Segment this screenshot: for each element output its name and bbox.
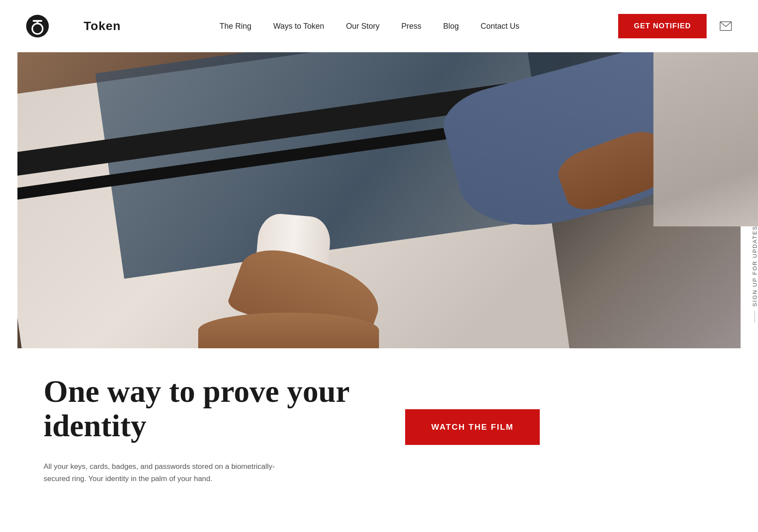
token-logo-icon (26, 15, 49, 37)
logo-text: Token (84, 19, 121, 33)
bottom-section: One way to prove your identity All your … (0, 348, 758, 511)
sub-text: All your keys, cards, badges, and passwo… (44, 461, 288, 484)
logo[interactable]: Token (26, 15, 121, 37)
get-notified-button[interactable]: GET NOTIFIED (618, 14, 707, 38)
main-nav: The Ring Ways to Token Our Story Press B… (220, 22, 519, 31)
side-signup-text[interactable]: SIGN UP FOR UPDATES (751, 221, 758, 311)
side-signup-line-top (755, 209, 755, 221)
nav-press[interactable]: Press (401, 22, 421, 31)
content-right: WATCH THE FILM (370, 374, 540, 445)
hero-visual (17, 52, 741, 348)
nav-ways-to-token[interactable]: Ways to Token (273, 22, 324, 31)
svg-rect-7 (37, 20, 38, 24)
header-right: GET NOTIFIED (618, 14, 732, 38)
main-headline: One way to prove your identity (44, 374, 370, 443)
hero-fingers (198, 313, 379, 348)
side-signup-line-bottom (755, 311, 755, 323)
nav-blog[interactable]: Blog (443, 22, 459, 31)
content-left: One way to prove your identity All your … (44, 374, 370, 485)
nav-the-ring[interactable]: The Ring (220, 22, 251, 31)
side-signup[interactable]: SIGN UP FOR UPDATES (751, 209, 758, 323)
site-header: Token The Ring Ways to Token Our Story P… (0, 0, 758, 52)
nav-our-story[interactable]: Our Story (346, 22, 379, 31)
hero-section (0, 52, 758, 348)
watch-film-button[interactable]: WATCH THE FILM (405, 409, 540, 445)
hero-image (17, 52, 741, 348)
email-icon[interactable] (720, 21, 732, 31)
nav-contact-us[interactable]: Contact Us (481, 22, 519, 31)
